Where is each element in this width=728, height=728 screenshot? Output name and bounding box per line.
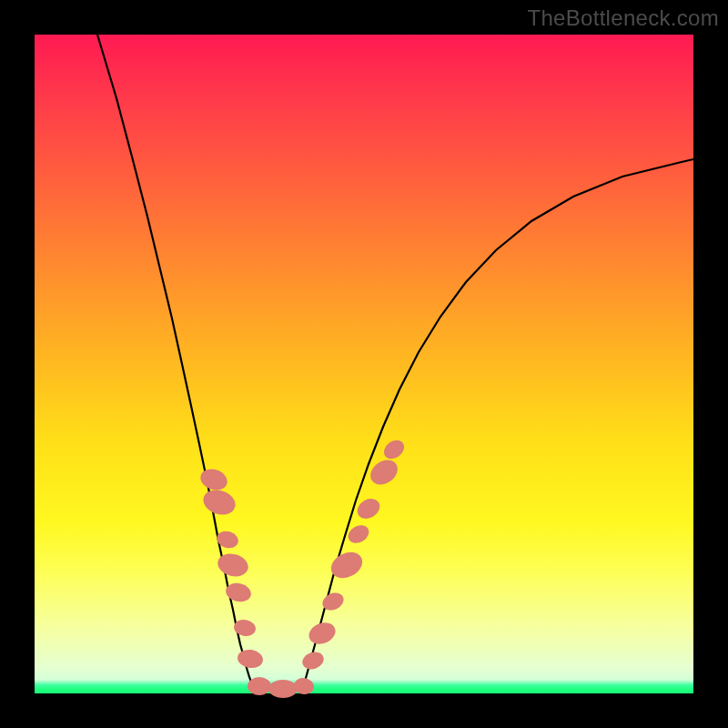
- data-marker: [380, 437, 408, 463]
- data-marker: [268, 680, 298, 698]
- data-marker: [306, 619, 339, 648]
- data-marker: [366, 455, 402, 490]
- data-marker: [233, 618, 258, 638]
- data-marker: [197, 466, 229, 493]
- data-marker: [200, 486, 238, 519]
- data-marker: [237, 648, 265, 670]
- curve-segment: [303, 159, 693, 688]
- chart-svg: [35, 35, 693, 693]
- data-marker: [293, 676, 316, 696]
- data-marker: [300, 649, 327, 672]
- bottleneck-curves: [97, 35, 693, 692]
- data-markers: [197, 437, 408, 698]
- data-marker: [215, 529, 240, 551]
- chart-frame: TheBottleneck.com: [0, 0, 728, 728]
- data-marker: [248, 677, 271, 695]
- watermark-label: TheBottleneck.com: [527, 5, 719, 31]
- data-marker: [354, 495, 384, 523]
